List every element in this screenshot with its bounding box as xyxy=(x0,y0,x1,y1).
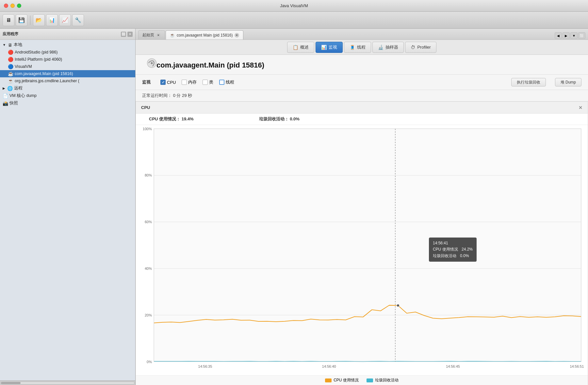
checkbox-cpu[interactable]: ✓ CPU xyxy=(160,80,176,85)
func-tab-overview[interactable]: 📋 概述 xyxy=(287,42,314,53)
tree-arrow-remote: ▶ xyxy=(3,86,5,90)
process-pid: (pid 15816) xyxy=(227,61,264,69)
svg-rect-2 xyxy=(154,129,581,362)
func-tab-overview-label: 概述 xyxy=(300,44,309,50)
java-icon-androidstudio: 🔴 xyxy=(8,50,13,55)
sidebar-item-label-androidstudio: AndroidStudio (pid 986) xyxy=(15,50,57,54)
sidebar-item-remote[interactable]: ▶ 🌐 远程 xyxy=(0,85,135,92)
svg-text:14:56:40: 14:56:40 xyxy=(322,364,336,368)
toolbar-btn-chart2[interactable]: 📈 xyxy=(59,14,71,26)
legend-gc-color xyxy=(367,378,373,382)
toolbar-btn-open[interactable]: 📂 xyxy=(33,14,45,26)
thread-checkbox[interactable] xyxy=(219,80,224,85)
cpu-chart-svg: 0%20%40%60%80%100%14:56:3514:56:4014:56:… xyxy=(136,125,588,375)
uptime-value: 0 分 29 秒 xyxy=(173,93,192,98)
toolbar-btn-save[interactable]: 💾 xyxy=(16,14,27,26)
monitor-section: 监视 ✓ CPU 内存 xyxy=(136,75,588,90)
svg-text:14:56:45: 14:56:45 xyxy=(446,364,460,368)
svg-text:14:56:51: 14:56:51 xyxy=(570,364,584,368)
java-icon-intellij: 🔴 xyxy=(8,57,13,62)
heap-dump-button[interactable]: 堆 Dump xyxy=(555,78,581,86)
func-tab-monitor[interactable]: 📊 监视 xyxy=(316,42,343,53)
svg-text:60%: 60% xyxy=(145,220,152,224)
chart-legend: CPU 使用情况 垃圾回收活动 xyxy=(136,375,588,385)
toolbar-separator-1 xyxy=(30,16,30,25)
tab-nav-prev[interactable]: ◀ xyxy=(555,32,562,39)
sidebar-item-intellij[interactable]: 🔴 IntelliJ Platform (pid 4060) xyxy=(0,56,135,63)
main-layout: 应用程序 ⬜ ✕ ▼ 🖥 本地 🔴 AndroidStudio (pid 986… xyxy=(0,29,588,385)
chart-stats: CPU 使用情况： 19.4% 垃圾回收活动： 0.0% xyxy=(136,114,588,125)
gc-activity-stat: 垃圾回收活动： 0.0% xyxy=(259,116,300,122)
func-tab-profiler[interactable]: ⏱ Profiler xyxy=(405,42,436,53)
tab-javaagent-label: com.javaagent Main (pid 15816) xyxy=(177,33,233,38)
checkbox-class[interactable]: 类 xyxy=(203,79,213,85)
snapshot-icon: 📸 xyxy=(3,101,8,106)
thread-checkbox-label: 线程 xyxy=(226,79,234,85)
tab-javaagent-close[interactable]: ✕ xyxy=(235,33,239,38)
sidebar-item-androidstudio[interactable]: 🔴 AndroidStudio (pid 986) xyxy=(0,49,135,56)
sidebar-header: 应用程序 ⬜ ✕ xyxy=(0,29,135,40)
process-title: com.javaagent.Main (pid 15816) xyxy=(156,61,264,69)
sidebar-scrollbar[interactable] xyxy=(0,380,135,385)
func-tab-sampler[interactable]: 🔬 抽样器 xyxy=(372,42,404,53)
visualvm-icon: 🔵 xyxy=(8,64,13,69)
sidebar-expand-btn[interactable]: ⬜ xyxy=(121,32,126,37)
legend-cpu-label: CPU 使用情况 xyxy=(334,377,359,383)
sidebar-item-javaagent[interactable]: ☕ com.javaagent.Main (pid 15816) xyxy=(0,70,135,77)
chart-title: CPU xyxy=(141,105,150,110)
tab-start-close[interactable]: ✕ xyxy=(156,33,161,38)
toolbar-btn-settings[interactable]: 🔧 xyxy=(72,14,84,26)
tab-nav-maximize[interactable]: ⬜ xyxy=(578,32,585,39)
uptime-bar: 正常运行时间： 0 分 29 秒 xyxy=(136,90,588,101)
uptime-label: 正常运行时间： xyxy=(142,93,172,98)
checkbox-memory[interactable]: 内存 xyxy=(182,79,197,85)
sampler-icon: 🔬 xyxy=(378,45,384,50)
sidebar-item-label-jetbrains: org.jetbrains.jps.cmdline.Launcher ( xyxy=(15,79,79,83)
toolbar-btn-chart1[interactable]: 📊 xyxy=(46,14,58,26)
func-tab-monitor-label: 监视 xyxy=(329,44,337,50)
legend-gc-label: 垃圾回收活动 xyxy=(375,377,399,383)
chart-header: CPU ✕ xyxy=(136,102,588,114)
sidebar: 应用程序 ⬜ ✕ ▼ 🖥 本地 🔴 AndroidStudio (pid 986… xyxy=(0,29,136,385)
sidebar-title: 应用程序 xyxy=(3,31,18,37)
memory-checkbox[interactable] xyxy=(182,80,187,85)
tab-bar: 起始页 ✕ ☕ com.javaagent Main (pid 15816) ✕… xyxy=(136,29,588,40)
sidebar-item-local[interactable]: ▼ 🖥 本地 xyxy=(0,41,135,49)
checkbox-group: ✓ CPU 内存 类 xyxy=(160,79,234,85)
minimize-button[interactable] xyxy=(10,4,15,8)
func-tab-sampler-label: 抽样器 xyxy=(385,44,398,50)
sidebar-item-label-visualvm: VisualVM xyxy=(15,64,32,69)
process-name: com.javaagent.Main xyxy=(156,61,225,69)
sidebar-item-snapshot[interactable]: 📸 快照 xyxy=(0,100,135,107)
sidebar-item-vmdump[interactable]: 📄 VM 核心 dump xyxy=(0,92,135,100)
traffic-lights[interactable] xyxy=(4,4,21,8)
sidebar-item-jetbrains[interactable]: ☕ org.jetbrains.jps.cmdline.Launcher ( xyxy=(0,77,135,85)
sidebar-item-label-vmdump: VM 核心 dump xyxy=(9,93,37,99)
sidebar-close-btn[interactable]: ✕ xyxy=(127,32,133,37)
svg-text:14:56:35: 14:56:35 xyxy=(198,364,212,368)
tab-nav-dropdown[interactable]: ▼ xyxy=(570,32,578,39)
scrollbar-thumb[interactable] xyxy=(1,382,21,384)
monitor-icon: 📊 xyxy=(321,45,327,50)
tree-arrow-local: ▼ xyxy=(3,43,6,47)
func-tab-threads[interactable]: 🧵 线程 xyxy=(344,42,371,53)
chart-close-button[interactable]: ✕ xyxy=(579,105,582,110)
gc-activity-value: 0.0% xyxy=(290,116,300,121)
gc-button[interactable]: 执行垃圾回收 xyxy=(511,78,546,86)
class-checkbox-label: 类 xyxy=(209,79,213,85)
maximize-button[interactable] xyxy=(17,4,21,8)
cpu-checkbox[interactable]: ✓ xyxy=(160,80,166,85)
tab-start[interactable]: 起始页 ✕ xyxy=(138,30,165,39)
scrollbar-track[interactable] xyxy=(1,382,135,384)
tab-javaagent[interactable]: ☕ com.javaagent Main (pid 15816) ✕ xyxy=(166,30,243,39)
svg-text:40%: 40% xyxy=(145,267,152,270)
checkbox-thread[interactable]: 线程 xyxy=(219,79,234,85)
close-button[interactable] xyxy=(4,4,8,8)
toolbar-btn-new-connection[interactable]: 🖥 xyxy=(3,14,14,26)
process-header-icon xyxy=(142,60,153,70)
tab-nav-next[interactable]: ▶ xyxy=(563,32,570,39)
content-area: com.javaagent.Main (pid 15816) 监视 ✓ CPU xyxy=(136,55,588,385)
sidebar-item-visualvm[interactable]: 🔵 VisualVM xyxy=(0,63,135,70)
class-checkbox[interactable] xyxy=(203,80,208,85)
sidebar-item-label-remote: 远程 xyxy=(14,85,23,91)
